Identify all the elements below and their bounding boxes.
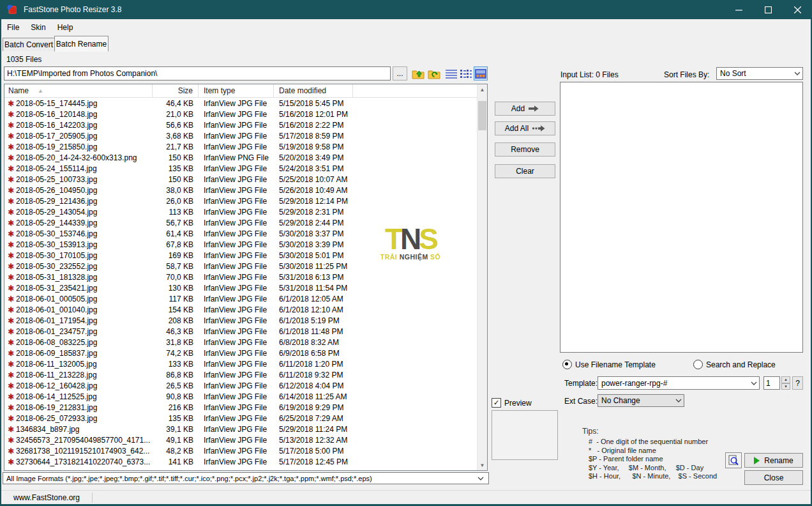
folder-refresh-icon[interactable] (427, 66, 441, 80)
file-date: 5/17/2018 12:45 PM (274, 457, 357, 466)
spin-up-icon[interactable]: ▲ (781, 376, 790, 383)
file-type: IrfanView JPG File (199, 414, 274, 423)
browse-button[interactable]: ... (393, 66, 407, 80)
irfanview-file-icon: ✱ (6, 208, 16, 217)
scroll-up-icon[interactable]: ▲ (477, 84, 487, 95)
rename-button[interactable]: Rename (744, 453, 803, 468)
add-all-button[interactable]: Add All (495, 121, 555, 135)
file-name: 2018-06-14_112525.jpg (16, 392, 153, 401)
file-row[interactable]: ✱2018-06-09_185837.jpg74,2 KBIrfanView J… (4, 348, 477, 358)
sort-files-dropdown[interactable]: No Sort (716, 67, 803, 80)
preview-rename-button[interactable] (725, 452, 742, 468)
file-row[interactable]: ✱2018-06-11_213228.jpg86,8 KBIrfanView J… (4, 369, 477, 380)
irfanview-file-icon: ✱ (6, 153, 16, 162)
file-row[interactable]: ✱2018-06-19_212831.jpg216 KBIrfanView JP… (4, 402, 477, 413)
file-size: 113 KB (153, 208, 199, 217)
file-row[interactable]: ✱2018-06-01_234757.jpg46,3 KBIrfanView J… (4, 326, 477, 337)
file-row[interactable]: ✱2018-05-19_215850.jpg21,7 KBIrfanView J… (4, 141, 477, 152)
file-row[interactable]: ✱2018-05-16_142203.jpg56,6 KBIrfanView J… (4, 119, 477, 130)
menu-file[interactable]: File (1, 21, 25, 34)
details-view-icon[interactable] (444, 66, 458, 80)
folder-path-input[interactable] (4, 66, 391, 80)
file-row[interactable]: ✱2018-05-31_181328.jpg70,0 KBIrfanView J… (4, 272, 477, 282)
file-type: IrfanView JPG File (199, 447, 274, 456)
column-header-date[interactable]: Date modified (274, 84, 353, 97)
file-row[interactable]: ✱2018-06-01_171954.jpg208 KBIrfanView JP… (4, 315, 477, 326)
file-row[interactable]: ✱2018-05-31_235421.jpg130 KBIrfanView JP… (4, 282, 477, 293)
search-and-replace-option[interactable]: Search and Replace (693, 360, 776, 369)
template-help-button[interactable]: ? (792, 376, 803, 390)
folder-up-icon[interactable] (411, 66, 425, 80)
spin-down-icon[interactable]: ▼ (781, 383, 790, 390)
irfanview-file-icon: ✱ (6, 349, 16, 358)
arrow-right-dashed-icon (532, 125, 545, 132)
ext-case-dropdown[interactable]: No Change (598, 394, 684, 407)
tab-batch-convert[interactable]: Batch Convert (3, 38, 55, 51)
irfanview-file-icon: ✱ (6, 338, 16, 347)
file-row[interactable]: ✱32456573_2170954049857700_4171...49,1 K… (4, 434, 477, 445)
file-row[interactable]: ✱2018-05-29_121436.jpg26,0 KBIrfanView J… (4, 195, 477, 206)
file-name: 2018-06-09_185837.jpg (16, 349, 153, 358)
file-size: 154 KB (153, 305, 199, 314)
file-name: 2018-05-19_215850.jpg (16, 142, 153, 151)
add-button[interactable]: Add (495, 102, 555, 116)
file-row[interactable]: ✱2018-05-15_174445.jpg46,4 KBIrfanView J… (4, 98, 477, 109)
format-filter-dropdown[interactable]: All Image Formats (*.jpg;*.jpe;*.jpeg;*.… (3, 472, 489, 484)
template-label: Template: (564, 379, 598, 388)
menu-help[interactable]: Help (52, 21, 79, 34)
file-type: IrfanView JPG File (199, 349, 274, 358)
start-number-input[interactable] (763, 376, 780, 390)
scrollbar-thumb[interactable] (478, 101, 486, 130)
list-view-icon[interactable] (459, 66, 473, 80)
menu-skin[interactable]: Skin (25, 21, 51, 34)
file-row[interactable]: ✱2018-05-25_100733.jpg150 KBIrfanView JP… (4, 174, 477, 185)
start-number-stepper[interactable]: ▲ ▼ (781, 376, 790, 390)
file-row[interactable]: ✱2018-05-26_104950.jpg38,0 KBIrfanView J… (4, 185, 477, 195)
file-type: IrfanView JPG File (199, 284, 274, 293)
irfanview-file-icon: ✱ (6, 251, 16, 260)
file-row[interactable]: ✱1346834_b897.jpg39,1 KBIrfanView JPG Fi… (4, 424, 477, 434)
template-combobox[interactable]: power-ranger-rpg-# (598, 376, 760, 390)
irfanview-file-icon: ✱ (6, 381, 16, 390)
file-date: 5/31/2018 6:13 PM (274, 273, 357, 282)
file-row[interactable]: ✱2018-06-11_132005.jpg133 KBIrfanView JP… (4, 358, 477, 369)
thumbnails-view-icon[interactable] (474, 66, 488, 80)
file-size: 86,8 KB (153, 371, 199, 379)
irfanview-file-icon: ✱ (6, 295, 16, 303)
sort-ascending-icon: ▲ (38, 88, 43, 94)
use-filename-template-option[interactable]: Use Filename Template (562, 360, 656, 369)
file-row[interactable]: ✱2018-05-30_232552.jpg58,7 KBIrfanView J… (4, 261, 477, 272)
close-button[interactable] (783, 0, 812, 19)
remove-button[interactable]: Remove (495, 142, 555, 157)
input-list-box[interactable] (560, 82, 803, 353)
scroll-down-icon[interactable]: ▼ (477, 460, 487, 470)
tab-batch-rename[interactable]: Batch Rename (54, 36, 109, 52)
file-date: 5/29/2018 2:31 PM (274, 208, 357, 217)
column-header-name[interactable]: Name ▲ (4, 84, 153, 97)
file-list-scrollbar[interactable]: ▲ ▼ (477, 84, 487, 470)
file-type: IrfanView JPG File (199, 99, 274, 108)
preview-pane (492, 410, 558, 460)
file-row[interactable]: ✱2018-05-24_155114.jpg135 KBIrfanView JP… (4, 163, 477, 174)
file-row[interactable]: ✱32681738_10211915210174903_642...48,2 K… (4, 445, 477, 456)
file-row[interactable]: ✱2018-06-14_112525.jpg90,8 KBIrfanView J… (4, 391, 477, 402)
preview-checkbox[interactable]: ✓ Preview (492, 398, 532, 408)
column-header-type[interactable]: Item type (199, 84, 274, 97)
maximize-button[interactable] (753, 0, 783, 19)
file-row[interactable]: ✱2018-05-16_120148.jpg21,0 KBIrfanView J… (4, 109, 477, 119)
file-row[interactable]: ✱2018-05-20_14-24-32-600x313.png150 KBIr… (4, 152, 477, 163)
clear-button[interactable]: Clear (495, 164, 555, 178)
file-row[interactable]: ✱2018-06-08_083225.jpg31,8 KBIrfanView J… (4, 337, 477, 348)
file-row[interactable]: ✱2018-06-01_000505.jpg117 KBIrfanView JP… (4, 293, 477, 304)
file-row[interactable]: ✱32730644_1731821410220740_6373...141 KB… (4, 456, 477, 467)
column-header-size[interactable]: Size (153, 84, 199, 97)
minimize-button[interactable] (724, 0, 753, 19)
close-dialog-button[interactable]: Close (744, 470, 803, 485)
file-size: 135 KB (153, 414, 199, 423)
file-row[interactable]: ✱2018-05-17_205905.jpg3,68 KBIrfanView J… (4, 130, 477, 141)
file-row[interactable]: ✱2018-06-01_001040.jpg154 KBIrfanView JP… (4, 304, 477, 315)
chevron-down-icon (749, 381, 759, 385)
file-row[interactable]: ✱2018-06-25_072933.jpg135 KBIrfanView JP… (4, 413, 477, 424)
file-row[interactable]: ✱2018-06-12_160428.jpg26,5 KBIrfanView J… (4, 380, 477, 391)
file-row[interactable]: ✱2018-05-29_143054.jpg113 KBIrfanView JP… (4, 206, 477, 217)
